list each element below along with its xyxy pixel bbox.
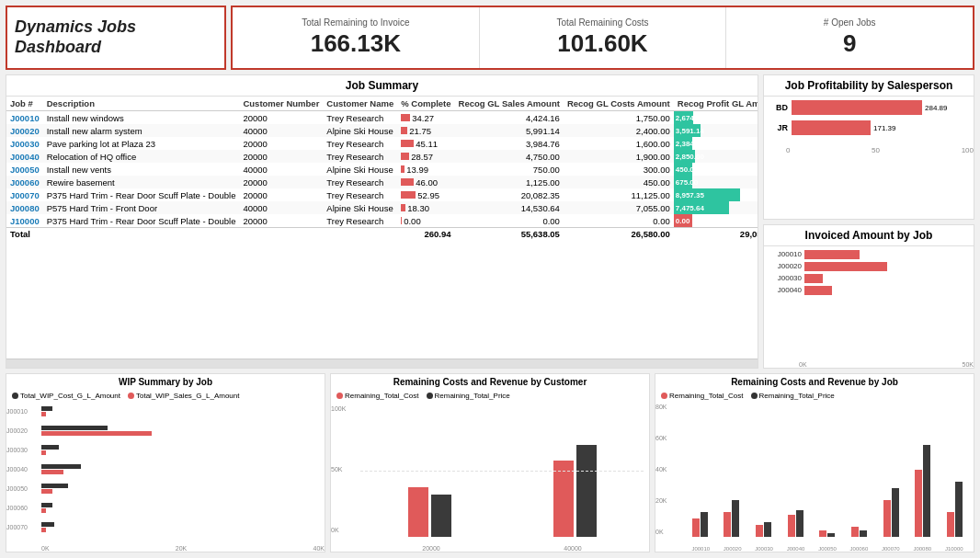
rem-job-price-bar (860, 530, 867, 537)
kpi-remaining-costs: Total Remaining Costs 101.60K (480, 7, 727, 68)
rem-job-price-bar (701, 512, 708, 537)
cell-custnum: 20000 (239, 137, 323, 150)
rem-cust-price-dot (427, 393, 433, 399)
cell-job: J00050 (6, 163, 43, 176)
cell-profit: 3,591.14 (674, 124, 758, 137)
cell-sales: 4,750.00 (455, 150, 564, 163)
hbar-label: BD (769, 103, 788, 112)
dashboard: Dynamics Jobs Dashboard Total Remaining … (0, 0, 980, 558)
table-row: J00080 P575 Hard Trim - Front Door 40000… (6, 201, 758, 214)
invoiced-axis: 0K50K (764, 361, 974, 368)
inv-bar-row: J00030 (769, 274, 968, 283)
cell-profit: 7,475.64 (674, 201, 758, 214)
col-costs: Recog GL Costs Amount (564, 97, 674, 111)
cell-profit: 2,674.16 (674, 111, 758, 125)
col-sales: Recog GL Sales Amount (455, 97, 564, 111)
cell-custname: Trey Research (323, 137, 397, 150)
wip-sales-bar (41, 412, 46, 416)
cell-sales: 1,125.00 (455, 176, 564, 188)
hbar-value: 284.89 (925, 104, 947, 112)
cell-desc: P375 Hard Trim - Rear Door Scuff Plate -… (43, 214, 240, 228)
rem-job-group (756, 522, 771, 537)
table-row: J00060 Rewire basement 20000 Trey Resear… (6, 176, 758, 188)
wip-sales-bar (41, 489, 52, 494)
total-label: Total (6, 228, 397, 241)
wip-legend: Total_WIP_Cost_G_L_Amount Total_WIP_Sale… (6, 390, 325, 402)
cell-sales: 4,424.16 (455, 111, 564, 125)
wip-sales-bar (41, 470, 63, 474)
rem-job-bars (685, 405, 970, 537)
wip-cost-bar (41, 445, 59, 450)
rem-job-group (724, 500, 739, 537)
cell-pct: 34.27 (397, 111, 454, 125)
cell-desc: Install new alarm system (43, 124, 240, 137)
kpi-remaining-invoice-value: 166.13K (311, 29, 401, 58)
wip-chart-area: J00010J00020J00030J00040J00050J00060J000… (6, 402, 325, 552)
table-row: J00070 P375 Hard Trim - Rear Door Scuff … (6, 188, 758, 201)
col-job: Job # (6, 97, 43, 111)
cell-desc: Rewire basement (43, 176, 240, 188)
rem-cust-price-bar (576, 445, 597, 537)
cell-sales: 20,082.35 (455, 188, 564, 201)
wip-job-group (41, 406, 325, 416)
cell-job: J00080 (6, 201, 43, 214)
rem-job-price-bar (732, 500, 739, 537)
table-scrollbar[interactable] (6, 359, 758, 368)
cell-costs: 0.00 (564, 214, 674, 228)
table-row: J00040 Relocation of HQ office 20000 Tre… (6, 150, 758, 163)
wip-job-group (41, 426, 325, 436)
cell-sales: 3,984.76 (455, 137, 564, 150)
rem-job-price-bar (923, 445, 930, 537)
rem-job-cost-bar (915, 470, 922, 537)
dashboard-title: Dynamics Jobs Dashboard (15, 17, 217, 57)
wip-panel: WIP Summary by Job Total_WIP_Cost_G_L_Am… (6, 373, 325, 552)
cell-custname: Alpine Ski House (323, 163, 397, 176)
rem-job-cost-label: Remaining_Total_Cost (669, 392, 744, 400)
cell-desc: Install new windows (43, 111, 240, 125)
cell-costs: 1,750.00 (564, 111, 674, 125)
remaining-job-chart: 80K60K40K20K0K J00010J00020J00030J00040J… (655, 402, 974, 552)
wip-cost-dot (12, 393, 18, 399)
wip-cost-bar (41, 503, 52, 507)
rem-job-cost-bar (692, 518, 700, 537)
total-costs: 26,580.00 (564, 228, 674, 241)
cell-desc: Pave parking lot at Plaza 23 (43, 137, 240, 150)
rem-job-price-bar (827, 533, 835, 537)
rem-job-group (915, 445, 930, 537)
wip-title: WIP Summary by Job (6, 374, 325, 390)
cell-custnum: 20000 (239, 176, 323, 188)
wip-cost-label: Total_WIP_Cost_G_L_Amount (20, 392, 120, 400)
table-row: J00050 Install new vents 40000 Alpine Sk… (6, 163, 758, 176)
header-row: Dynamics Jobs Dashboard Total Remaining … (6, 6, 974, 70)
remaining-customer-legend: Remaining_Total_Cost Remaining_Total_Pri… (331, 390, 649, 402)
wip-cost-bar (41, 464, 81, 469)
table-row: J00030 Pave parking lot at Plaza 23 2000… (6, 137, 758, 150)
wip-cost-bar (41, 426, 108, 430)
remaining-customer-panel: Remaining Costs and Revenue by Customer … (330, 373, 650, 552)
rem-job-cost-bar (724, 512, 731, 537)
inv-bar (804, 262, 887, 271)
wip-sales-bar (41, 450, 46, 455)
col-profit: Recog Profit GL Amount (674, 97, 758, 111)
cell-profit: 0.00 (674, 214, 758, 228)
wip-job-group (41, 484, 325, 494)
kpi-open-jobs-label: # Open Jobs (824, 17, 876, 28)
cell-custnum: 20000 (239, 188, 323, 201)
kpi-remaining-costs-value: 101.60K (557, 29, 647, 58)
rem-job-group (788, 510, 803, 537)
table-row: J00010 Install new windows 20000 Trey Re… (6, 111, 758, 125)
col-custname: Customer Name (323, 97, 397, 111)
inv-job-label: J00040 (769, 286, 804, 294)
inv-job-label: J00030 (769, 274, 804, 282)
rem-cust-price-bar (431, 495, 451, 537)
invoiced-title: Invoiced Amount by Job (764, 225, 974, 246)
rem-cust-group (408, 487, 451, 537)
cell-costs: 300.00 (564, 163, 674, 176)
job-table-wrapper[interactable]: Job # Description Customer Number Custom… (6, 97, 758, 359)
inv-bar-row: J00020 (769, 262, 968, 271)
wip-cost-bar (41, 406, 52, 411)
wip-sales-bar (41, 431, 152, 436)
wip-legend-sales: Total_WIP_Sales_G_L_Amount (128, 392, 240, 400)
inv-bar (804, 250, 860, 259)
cell-custnum: 40000 (239, 201, 323, 214)
